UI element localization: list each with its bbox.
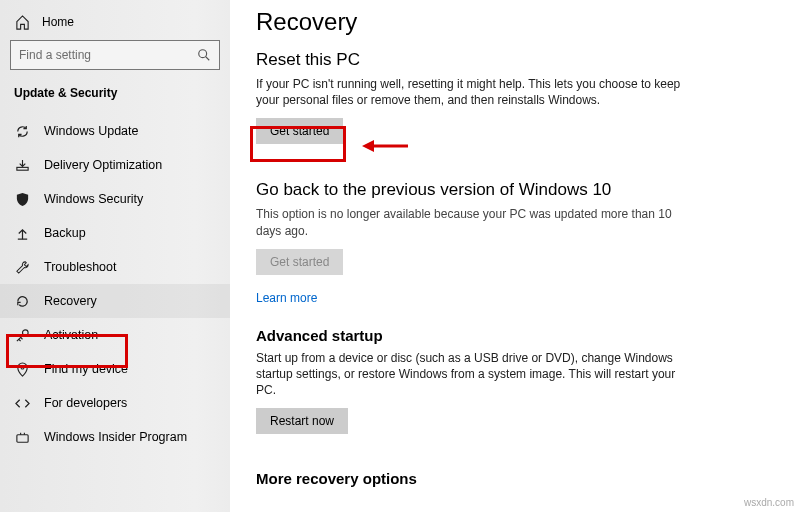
search-placeholder: Find a setting — [19, 48, 91, 62]
sidebar-item-for-developers[interactable]: For developers — [0, 386, 230, 420]
sidebar-item-find-my-device[interactable]: Find my device — [0, 352, 230, 386]
sidebar-item-backup[interactable]: Backup — [0, 216, 230, 250]
section-reset-heading: Reset this PC — [256, 50, 770, 70]
key-icon — [14, 327, 30, 343]
location-icon — [14, 361, 30, 377]
backup-icon — [14, 225, 30, 241]
section-more-heading: More recovery options — [256, 470, 770, 487]
sidebar-item-label: Find my device — [44, 362, 128, 376]
sidebar-item-label: Recovery — [44, 294, 97, 308]
sidebar-item-windows-security[interactable]: Windows Security — [0, 182, 230, 216]
watermark: wsxdn.com — [744, 497, 794, 508]
sidebar-item-label: Windows Update — [44, 124, 139, 138]
page-title: Recovery — [256, 8, 770, 36]
svg-point-0 — [199, 50, 207, 58]
wrench-icon — [14, 259, 30, 275]
section-goback-desc: This option is no longer available becau… — [256, 206, 686, 238]
sidebar-item-activation[interactable]: Activation — [0, 318, 230, 352]
code-icon — [14, 395, 30, 411]
insider-icon — [14, 429, 30, 445]
sidebar-item-label: Delivery Optimization — [44, 158, 162, 172]
sidebar-item-troubleshoot[interactable]: Troubleshoot — [0, 250, 230, 284]
sidebar-item-label: Troubleshoot — [44, 260, 117, 274]
recovery-icon — [14, 293, 30, 309]
svg-rect-2 — [16, 167, 27, 170]
section-advanced-desc: Start up from a device or disc (such as … — [256, 350, 686, 399]
sidebar: Home Find a setting Update & Security Wi… — [0, 0, 230, 512]
restart-now-button[interactable]: Restart now — [256, 408, 348, 434]
svg-line-1 — [206, 57, 210, 61]
search-icon — [197, 48, 211, 62]
svg-rect-6 — [16, 434, 27, 442]
home-icon — [14, 14, 30, 30]
sidebar-item-delivery-optimization[interactable]: Delivery Optimization — [0, 148, 230, 182]
sidebar-item-label: Backup — [44, 226, 86, 240]
svg-point-5 — [21, 366, 24, 369]
sync-icon — [14, 123, 30, 139]
sidebar-item-recovery[interactable]: Recovery — [0, 284, 230, 318]
sidebar-item-windows-update[interactable]: Windows Update — [0, 114, 230, 148]
learn-more-link[interactable]: Learn more — [256, 291, 317, 305]
main-content: Recovery Reset this PC If your PC isn't … — [250, 0, 800, 512]
goback-get-started-button: Get started — [256, 249, 343, 275]
home-label: Home — [42, 15, 74, 29]
section-advanced-heading: Advanced startup — [256, 327, 770, 344]
delivery-icon — [14, 157, 30, 173]
shield-icon — [14, 191, 30, 207]
sidebar-item-label: For developers — [44, 396, 127, 410]
section-reset-desc: If your PC isn't running well, resetting… — [256, 76, 686, 108]
section-goback-heading: Go back to the previous version of Windo… — [256, 180, 770, 200]
sidebar-item-windows-insider[interactable]: Windows Insider Program — [0, 420, 230, 454]
sidebar-item-label: Windows Insider Program — [44, 430, 187, 444]
sidebar-item-home[interactable]: Home — [0, 8, 230, 40]
sidebar-item-label: Activation — [44, 328, 98, 342]
search-input[interactable]: Find a setting — [10, 40, 220, 70]
sidebar-item-label: Windows Security — [44, 192, 143, 206]
sidebar-category: Update & Security — [0, 82, 230, 114]
reset-get-started-button[interactable]: Get started — [256, 118, 343, 144]
